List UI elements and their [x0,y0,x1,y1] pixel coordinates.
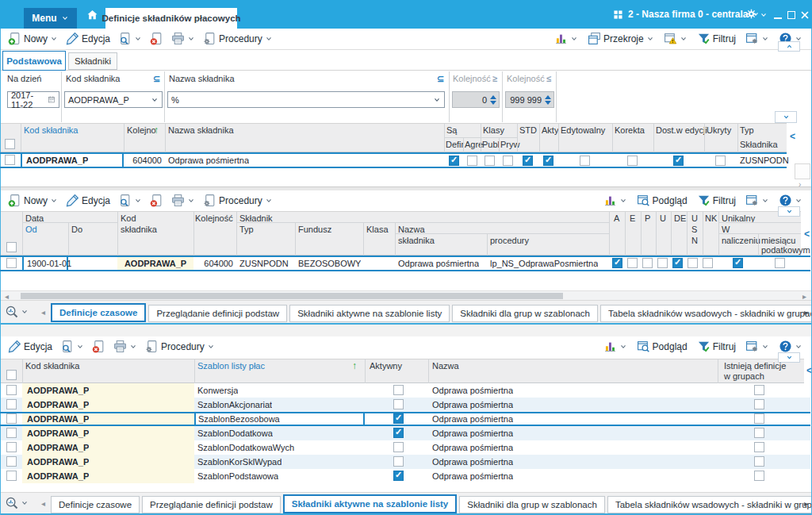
new-button[interactable]: Nowy [4,191,62,209]
column-header-od[interactable]: Od [25,225,37,235]
grid-settings-button[interactable] [741,191,773,209]
delete-button[interactable] [146,191,167,209]
checkbox-aktywny[interactable] [393,413,404,424]
row-checkbox[interactable] [6,385,17,395]
checkbox-e[interactable] [627,258,638,268]
cell-nazwa[interactable]: Odprawa pośmiertna [432,383,513,398]
column-header-istnieja1[interactable]: Istnieją definicje [724,361,786,371]
cell-nazwa-procedury[interactable]: lp_NS_OdprawaPosmiertna [490,257,598,270]
checkbox-u[interactable] [657,258,668,268]
cell-szablon[interactable]: SzablonPodstawowa [197,469,278,483]
cell-kod[interactable]: AODPRAWA_P [27,469,89,483]
component-code-combo[interactable]: AODPRAWA_P [64,91,163,108]
cell-typ[interactable]: ZUSNPODN [239,257,289,270]
close-button[interactable] [800,10,810,20]
cell-od-selected[interactable]: 1900-01-01 [22,256,68,271]
edit-button[interactable]: Edycja [62,29,114,48]
checkbox-publ[interactable] [485,156,495,166]
column-header-std[interactable]: STD [519,125,537,136]
procedures-button[interactable]: Procedury [141,337,219,356]
column-header-aktywny[interactable]: Aktywny [370,361,402,371]
view-tab-skladniki-aktywne[interactable]: Składniki aktywne na szablonie listy [283,494,458,513]
column-header-kolejno[interactable]: Kolejno [127,125,156,136]
cell-kolejno[interactable]: 604000 [124,153,162,167]
lookup-button[interactable] [114,29,146,48]
checkbox-pryw[interactable] [503,156,513,166]
row-checkbox[interactable] [6,413,17,424]
chart-button[interactable] [550,29,582,48]
column-header-nk[interactable]: NK [705,213,717,224]
cell-nazwa[interactable]: Odprawa pośmiertna [432,398,513,412]
checkbox-istnieja[interactable] [754,471,764,481]
checkbox-p[interactable] [642,258,653,268]
row-checkbox[interactable] [6,442,17,452]
settings-gear-icon[interactable] [745,8,757,20]
apps-grid-icon[interactable] [612,9,624,21]
checkbox-usn[interactable] [688,258,698,268]
procedures-button[interactable]: Procedury [199,29,277,48]
column-header-kod1[interactable]: Kod [121,213,136,224]
cell-nazwa[interactable]: Odprawa pośmiertna [168,153,249,167]
horizontal-scrollbar[interactable]: ◂ ▸ [0,290,812,300]
cell-nazwa[interactable]: Odprawa pośmiertna [432,469,513,483]
view-tab-definicje-czasowe[interactable]: Definicje czasowe [51,303,146,322]
scroll-tabs-right-icon[interactable]: ▸ [804,308,808,317]
edit-button[interactable]: Edycja [4,337,56,356]
delete-button[interactable] [146,29,167,48]
column-header-do[interactable]: Do [71,225,82,235]
checkbox-aktywny[interactable] [393,471,404,481]
checkbox-aktywny[interactable] [393,442,404,452]
collapse-filter-panel-button[interactable] [775,111,797,123]
checkbox-istnieja[interactable] [754,442,764,452]
view-tab-skladniki-aktywne[interactable]: Składniki aktywne na szablonie listy [289,305,450,322]
column-header-klasy[interactable]: Klasy [483,125,504,136]
checkbox-korekta[interactable] [627,156,638,166]
checkbox-defir[interactable] [449,156,459,166]
cell-szablon-selected[interactable]: SzablonBezosobowa [194,412,365,426]
order-min-spinner[interactable]: 0 [452,91,500,108]
checkbox-nk[interactable] [703,258,713,268]
print-button[interactable] [167,191,199,209]
checkbox-w-miesiacu[interactable] [775,258,785,268]
document-tab[interactable]: Definicje składników płacowych [105,8,237,29]
checkbox-aktywny[interactable] [393,428,404,438]
column-header-miesiacu2[interactable]: podatkowym [761,245,810,256]
checkbox-istnieja[interactable] [754,399,764,409]
grid-settings-button[interactable] [741,29,773,48]
column-header-nazwa[interactable]: Nazwa składnika [168,125,234,136]
spin-up-icon[interactable] [490,95,496,99]
select-all-checkbox[interactable] [5,139,15,149]
scroll-tabs-left-icon[interactable]: ◂ [41,499,45,508]
cell-kod[interactable]: AODPRAWA_P [27,440,89,455]
chart-button[interactable] [599,191,631,209]
column-header-nazwa-procedury[interactable]: procedury [490,236,529,246]
column-header-sa[interactable]: Są [446,125,457,136]
cell-szablon[interactable]: SzablonKorSklWypad [197,455,282,469]
view-tab-przegladanie-definicji[interactable]: Przeglądanie definicji podstaw [142,496,281,513]
column-header-istnieja2[interactable]: w grupach [724,371,764,382]
checkbox-dost[interactable] [673,156,684,166]
preview-button[interactable]: Podgląd [633,191,691,209]
cell-nazwa[interactable]: Odprawa pośmiertna [432,440,513,455]
checkbox-ukryty[interactable] [715,156,726,166]
maximize-button[interactable] [787,11,795,19]
checkbox-istnieja[interactable] [754,385,764,395]
filter-button[interactable]: Filtruj [693,337,740,356]
cell-szablon[interactable]: SzablonAkcjonariat [197,398,272,412]
column-header-e[interactable]: E [630,213,635,224]
operator-subset-icon[interactable]: ⊆ [153,74,160,84]
alerts-button[interactable] [660,29,691,48]
cell-kod[interactable]: AODPRAWA_P [27,426,89,440]
company-selector[interactable]: 2 - Nasza firma 0 - centrala [628,4,760,25]
scroll-tabs-right-icon[interactable]: ▸ [804,499,808,508]
order-max-spinner[interactable]: 999 999 [505,91,554,108]
column-header-dost[interactable]: Dost.w edycji [656,125,707,136]
edit-button[interactable]: Edycja [62,191,114,209]
operator-subset-icon[interactable]: ⊆ [437,74,444,84]
chevron-down-icon[interactable] [433,96,441,104]
row-checkbox[interactable] [6,428,17,438]
checkbox-aktywny[interactable] [393,399,404,409]
column-header-typ2[interactable]: Składnika [740,140,778,150]
column-header-klasa[interactable]: Klasa [366,225,389,235]
lookup-button[interactable] [114,191,146,209]
